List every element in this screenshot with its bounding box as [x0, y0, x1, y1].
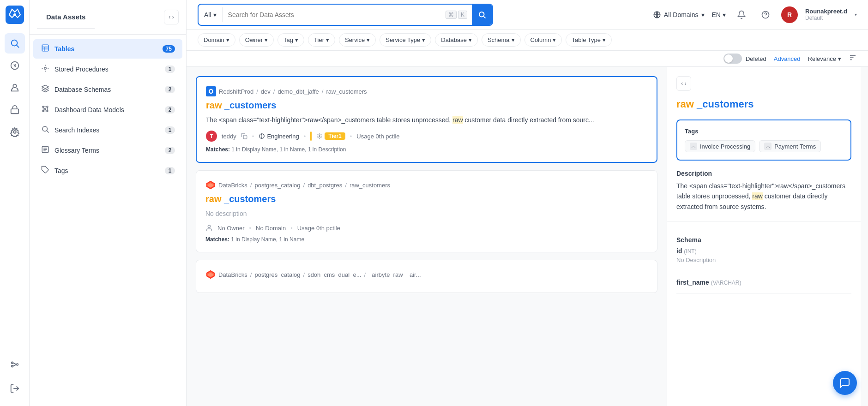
- svg-point-35: [479, 12, 484, 17]
- svg-rect-44: [243, 135, 247, 139]
- svg-point-8: [11, 362, 13, 364]
- tier-indicator-1: [310, 131, 312, 141]
- result-card-3[interactable]: DataBricks / postgres_catalog / sdoh_cms…: [196, 260, 657, 293]
- sidebar-item-stored-procedures[interactable]: Stored Procedures 1: [33, 60, 182, 79]
- glossary-terms-icon: [41, 145, 50, 155]
- sidebar-item-tables[interactable]: Tables 75: [33, 39, 182, 59]
- topbar-right: All Domains ▾ EN ▾ R Rounakpreet.d: [653, 6, 857, 23]
- deleted-toggle-switch[interactable]: [723, 54, 742, 64]
- svg-line-3: [17, 45, 19, 48]
- svg-rect-14: [42, 45, 48, 51]
- card-desc-1: The <span class="text-highlighter">raw</…: [206, 115, 647, 125]
- tier-label-1: Tier1: [325, 132, 345, 140]
- search-shortcut: ⌘ K: [441, 11, 472, 19]
- usage-1: Usage 0th pctile: [356, 133, 399, 140]
- user-initials: R: [787, 11, 792, 18]
- svg-point-10: [16, 364, 18, 365]
- sort-options-button[interactable]: [849, 54, 857, 64]
- filter-column-label: Column: [530, 36, 551, 43]
- sidebar-item-tables-badge: 75: [163, 45, 175, 53]
- app-logo[interactable]: [6, 6, 24, 24]
- search-indexes-icon: [41, 125, 50, 135]
- user-avatar[interactable]: R: [781, 6, 798, 23]
- sidebar-item-dashboard-data-models[interactable]: Dashboard Data Models 2: [33, 100, 182, 119]
- search-filter-button[interactable]: All ▾: [199, 7, 223, 22]
- language-selector[interactable]: EN ▾: [712, 11, 726, 18]
- owner-name-1: teddy: [222, 133, 236, 140]
- rail-icon-pipeline[interactable]: [5, 354, 25, 375]
- card-title-2: raw _customers: [205, 194, 648, 204]
- sidebar-item-search-indexes[interactable]: Search Indexes 1: [33, 120, 182, 140]
- rail-icon-governance[interactable]: [5, 100, 25, 120]
- rail-icon-explore[interactable]: [5, 55, 25, 76]
- schema-field-firstname: first_name (VARCHAR): [676, 279, 851, 294]
- filter-tag[interactable]: Tag ▾: [277, 33, 304, 47]
- breadcrumb-service-3: DataBricks: [218, 271, 247, 278]
- filter-tier-chevron: ▾: [326, 36, 329, 43]
- search-input[interactable]: [223, 6, 441, 23]
- filter-owner[interactable]: Owner ▾: [239, 33, 274, 47]
- sidebar-item-database-schemas[interactable]: Database Schemas 2: [33, 80, 182, 99]
- breadcrumb-db-2: postgres_catalog: [254, 182, 300, 189]
- svg-point-46: [319, 136, 320, 137]
- domain-selector[interactable]: All Domains ▾: [653, 11, 705, 19]
- filter-tier[interactable]: Tier ▾: [308, 33, 335, 47]
- svg-point-21: [47, 106, 48, 107]
- filter-service-type-label: Service Type: [386, 36, 420, 43]
- stored-procedures-icon: [41, 64, 50, 74]
- breadcrumb-schema-3: sdoh_cms_dual_e...: [307, 271, 361, 278]
- notifications-button[interactable]: [733, 6, 750, 23]
- no-domain-2: No Domain: [256, 225, 286, 232]
- svg-line-12: [13, 364, 16, 366]
- rail-icon-settings[interactable]: [5, 122, 25, 142]
- section-divider: [667, 221, 861, 229]
- rail-icon-logout[interactable]: [5, 378, 25, 399]
- filter-service-type[interactable]: Service Type ▾: [380, 33, 431, 47]
- filter-tag-label: Tag: [283, 36, 293, 43]
- filter-schema[interactable]: Schema ▾: [482, 33, 521, 47]
- breadcrumb-demo: demo_dbt_jaffe: [277, 88, 319, 95]
- filter-service-type-chevron: ▾: [422, 36, 425, 43]
- breadcrumb-sep: /: [256, 88, 258, 95]
- card-breadcrumb-1: RedshiftProd / dev / demo_dbt_jaffe / ra…: [206, 86, 647, 96]
- result-card-2[interactable]: DataBricks / postgres_catalog / dbt_post…: [196, 170, 657, 252]
- dashboard-data-models-icon: [41, 105, 50, 115]
- sidebar-item-glossary-terms[interactable]: Glossary Terms 2: [33, 141, 182, 160]
- search-button[interactable]: [472, 5, 492, 25]
- card-breadcrumb-2: DataBricks / postgres_catalog / dbt_post…: [205, 180, 648, 190]
- card-title-normal-1: _customers: [222, 100, 276, 110]
- sidebar-collapse-button[interactable]: ‹ ›: [164, 10, 179, 24]
- sidebar-header-row: Data Assets ‹ ›: [30, 0, 186, 35]
- user-menu-chevron[interactable]: ▾: [855, 12, 857, 17]
- breadcrumb-service-2: DataBricks: [218, 182, 247, 189]
- domain-label: All Domains: [664, 11, 699, 18]
- detail-desc-highlight: raw: [752, 192, 763, 200]
- filter-tag-chevron: ▾: [295, 36, 298, 43]
- tag-invoice-processing[interactable]: Invoice Processing: [685, 140, 755, 152]
- svg-line-29: [47, 131, 48, 132]
- advanced-button[interactable]: Advanced: [774, 55, 801, 62]
- chat-fab-button[interactable]: [833, 371, 857, 395]
- filter-column[interactable]: Column ▾: [524, 33, 562, 47]
- filter-database[interactable]: Database ▾: [435, 33, 478, 47]
- detail-collapse-button[interactable]: ‹ ›: [676, 76, 691, 91]
- svg-line-11: [13, 363, 16, 364]
- filter-service[interactable]: Service ▾: [339, 33, 376, 47]
- sub-filters-bar: Deleted Advanced Relevance ▾: [187, 51, 868, 67]
- tag-payment-terms[interactable]: Payment Terms: [759, 140, 821, 152]
- relevance-sort-button[interactable]: Relevance ▾: [808, 55, 841, 62]
- filter-column-chevron: ▾: [553, 36, 556, 43]
- rail-icon-insights[interactable]: [5, 78, 25, 98]
- sidebar-item-tags[interactable]: Tags 1: [33, 161, 182, 180]
- help-button[interactable]: [757, 6, 774, 23]
- rail-icon-search[interactable]: [5, 33, 25, 54]
- sidebar-item-database-schemas-badge: 2: [165, 86, 175, 93]
- result-card-1[interactable]: RedshiftProd / dev / demo_dbt_jaffe / ra…: [196, 76, 657, 163]
- results-panel: RedshiftProd / dev / demo_dbt_jaffe / ra…: [187, 67, 667, 406]
- user-info[interactable]: Rounakpreet.d Default: [805, 8, 847, 21]
- filter-table-type-label: Table Type: [572, 36, 601, 43]
- filter-table-type[interactable]: Table Type ▾: [566, 33, 612, 47]
- detail-title-highlight: raw: [676, 98, 694, 110]
- detail-description: The <span class="text-highlighter">raw</…: [676, 181, 851, 212]
- filter-domain[interactable]: Domain ▾: [198, 33, 235, 47]
